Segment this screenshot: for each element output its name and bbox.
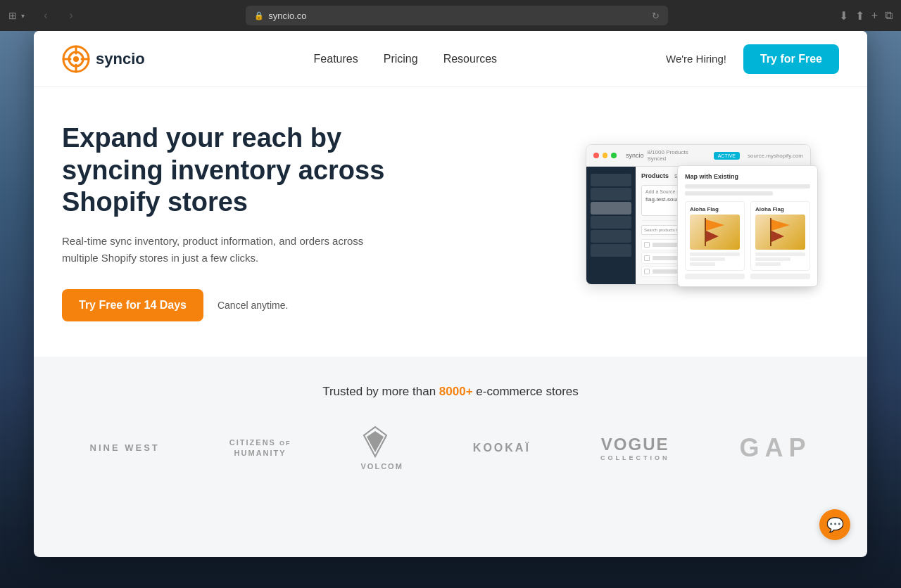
brand-kookai: KOOKAÏ xyxy=(473,442,531,454)
vogue-sub-text: COLLECTION xyxy=(600,454,670,461)
volcom-logo xyxy=(361,424,389,459)
svg-marker-11 xyxy=(771,219,790,231)
try-free-button[interactable]: Try Free for 14 Days xyxy=(62,289,203,321)
vogue-main-text: VOGUE xyxy=(601,435,669,454)
svg-marker-9 xyxy=(706,231,719,242)
share-icon[interactable]: ⬆ xyxy=(855,9,864,23)
chat-icon: 💬 xyxy=(826,516,844,533)
url-text: syncio.co xyxy=(268,11,306,21)
volcom-diamond-icon xyxy=(363,426,388,458)
flag-icon-1 xyxy=(705,218,726,246)
cancel-text: Cancel anytime. xyxy=(218,300,288,311)
dot-green xyxy=(611,153,617,158)
svg-rect-10 xyxy=(770,218,771,246)
hero-actions: Try Free for 14 Days Cancel anytime. xyxy=(62,289,414,321)
svg-marker-12 xyxy=(771,231,784,242)
sidebar-item-5 xyxy=(591,230,631,243)
map-existing-popup: Map with Existing Aloha Flag xyxy=(677,165,818,287)
try-for-free-button[interactable]: Try for Free xyxy=(743,44,839,74)
sidebar-item-3 xyxy=(591,202,631,215)
brand-citizens: CITIZENS ofHUMANITY xyxy=(229,437,291,458)
hero-mockup: syncio 8/1000 Products Synced ACTIVE sou… xyxy=(572,144,839,299)
brands-list: NINE WEST CITIZENS ofHUMANITY VOLCOM KOO… xyxy=(62,424,839,472)
sidebar-item-2 xyxy=(591,188,631,200)
dot-yellow xyxy=(603,153,608,158)
back-button[interactable]: ‹ xyxy=(36,6,56,25)
site-header: syncio Features Pricing Resources We're … xyxy=(34,31,867,87)
brand-volcom: VOLCOM xyxy=(361,424,403,472)
product-card-2: Aloha Flag xyxy=(750,201,810,271)
trusted-count: 8000+ xyxy=(439,385,473,398)
svg-marker-8 xyxy=(706,219,724,231)
nav-pricing[interactable]: Pricing xyxy=(384,53,418,65)
address-bar[interactable]: 🔒 syncio.co ↻ xyxy=(246,6,668,25)
header-actions: We're Hiring! Try for Free xyxy=(666,44,839,74)
hero-title: Expand your reach by syncing inventory a… xyxy=(62,122,414,219)
browser-chrome: ⊞ ▾ ‹ › 🔒 syncio.co ↻ ⬇ ⬆ + ⧉ xyxy=(0,0,901,31)
logo-icon xyxy=(62,45,90,73)
lock-icon: 🔒 xyxy=(254,11,264,20)
hero-subtitle: Real-time sync inventory, product inform… xyxy=(62,233,372,267)
forward-button[interactable]: › xyxy=(61,6,81,25)
trusted-suffix: e-commerce stores xyxy=(473,385,579,398)
downloads-icon[interactable]: ⬇ xyxy=(839,9,848,23)
new-tab-icon[interactable]: + xyxy=(871,9,878,22)
tab-icon: ⊞ xyxy=(8,10,17,21)
logo[interactable]: syncio xyxy=(62,45,145,73)
reload-button[interactable]: ↻ xyxy=(652,11,660,21)
tab-dropdown-icon: ▾ xyxy=(21,12,25,20)
tab-controls: ⊞ ▾ xyxy=(8,10,25,21)
website-container: syncio Features Pricing Resources We're … xyxy=(34,31,867,557)
hero-section: Expand your reach by syncing inventory a… xyxy=(34,87,867,357)
main-nav: Features Pricing Resources xyxy=(314,53,498,65)
logo-text: syncio xyxy=(96,50,145,68)
chat-button[interactable]: 💬 xyxy=(819,509,850,540)
trusted-prefix: Trusted by more than xyxy=(322,385,439,398)
brand-ninewest: NINE WEST xyxy=(90,442,160,453)
flag-icon-2 xyxy=(770,218,791,246)
dot-red xyxy=(593,153,599,158)
product-card-1: Aloha Flag xyxy=(685,201,745,271)
nav-features[interactable]: Features xyxy=(314,53,358,65)
sidebar-item-4 xyxy=(591,216,631,229)
brand-gap: GAP xyxy=(739,433,811,463)
sidebar-item-6 xyxy=(591,244,631,257)
tabs-icon[interactable]: ⧉ xyxy=(885,9,893,22)
nav-resources[interactable]: Resources xyxy=(443,53,497,65)
brand-vogue: VOGUE COLLECTION xyxy=(600,435,670,461)
hero-content: Expand your reach by syncing inventory a… xyxy=(62,122,414,321)
hiring-link[interactable]: We're Hiring! xyxy=(666,53,726,65)
svg-rect-7 xyxy=(705,218,706,246)
trusted-section: Trusted by more than 8000+ e-commerce st… xyxy=(34,357,867,500)
svg-point-2 xyxy=(73,56,79,62)
mockup-titlebar: syncio 8/1000 Products Synced ACTIVE sou… xyxy=(586,145,810,167)
trusted-title: Trusted by more than 8000+ e-commerce st… xyxy=(62,385,839,399)
browser-actions: ⬇ ⬆ + ⧉ xyxy=(839,9,893,23)
sidebar-item-1 xyxy=(591,174,631,186)
mockup-sidebar xyxy=(586,167,636,285)
